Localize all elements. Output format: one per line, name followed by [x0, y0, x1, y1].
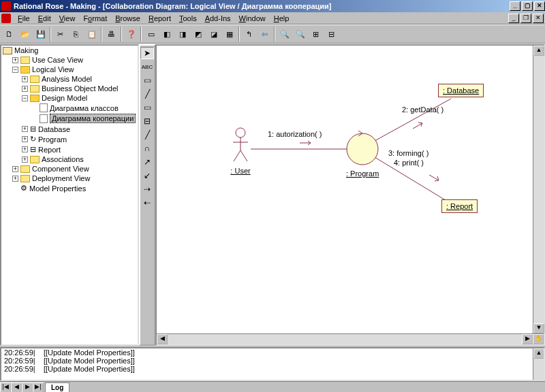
log-line: 20:26:59| [[Update Model Properties]]	[1, 348, 544, 357]
link-self-tool[interactable]: ∩	[140, 142, 154, 154]
menu-report[interactable]: Report	[144, 14, 175, 23]
log-next-button[interactable]: ▶	[22, 382, 33, 393]
log-tab[interactable]: Log	[45, 382, 69, 392]
vertical-scrollbar[interactable]: ▲ ▼	[533, 46, 544, 333]
svg-point-8	[347, 133, 378, 165]
browse-prev-button[interactable]: ⇦	[257, 27, 272, 42]
tree-report[interactable]: +⊟Report	[22, 144, 138, 154]
log-first-button[interactable]: |◀	[0, 382, 11, 393]
object-database[interactable]: : Database	[438, 84, 484, 97]
menu-file[interactable]: File	[14, 14, 34, 23]
message-2[interactable]: 2: getData( )	[402, 105, 443, 114]
copy-button[interactable]: ⎘	[68, 27, 84, 42]
fit-window-button[interactable]: ⊞	[308, 27, 324, 42]
context-help-button[interactable]: ❓	[123, 27, 139, 42]
scroll-right-button[interactable]: ▶	[522, 334, 533, 344]
tree-usecase[interactable]: +Use Case View	[12, 55, 138, 65]
diagram-canvas[interactable]: : User : Program : Database : Report 1: …	[157, 46, 533, 333]
save-button[interactable]: 💾	[33, 27, 48, 42]
print-button[interactable]: 🖶	[104, 27, 119, 42]
menu-view[interactable]: View	[55, 14, 80, 23]
pan-button[interactable]: ✋	[533, 334, 544, 344]
message-4[interactable]: 4: print( )	[394, 159, 424, 167]
log-prev-button[interactable]: ◀	[11, 382, 22, 393]
svg-line-6	[234, 150, 240, 161]
class-instance-tool[interactable]: ⊟	[140, 115, 154, 127]
browse-class-button[interactable]: ◧	[159, 27, 174, 42]
tree-component[interactable]: +Component View	[12, 164, 138, 174]
reverse-message-tool[interactable]: ↙	[140, 169, 154, 182]
menu-format[interactable]: Format	[79, 14, 111, 23]
menu-addins[interactable]: Add-Ins	[201, 14, 235, 23]
tree-diag-classes[interactable]: Диаграмма классов	[31, 103, 138, 113]
browser-tree[interactable]: Making +Use Case View −Logical View +Ana…	[0, 44, 139, 346]
log-line: 20:26:59| [[Update Model Properties]]	[1, 357, 544, 365]
object-tool[interactable]: ▭	[140, 101, 154, 114]
view-doc-button[interactable]: ▭	[143, 27, 159, 42]
actor-user[interactable]: : User	[230, 127, 251, 175]
app-icon	[1, 1, 11, 11]
log-pane[interactable]: 20:26:59| [[Update Model Properties]] 20…	[0, 347, 545, 381]
new-button[interactable]: 🗋	[1, 27, 17, 42]
scroll-down-button[interactable]: ▼	[533, 323, 544, 333]
maximize-button[interactable]: ▢	[522, 1, 533, 11]
open-button[interactable]: 📂	[17, 27, 33, 42]
object-program[interactable]: : Program	[346, 133, 379, 178]
menu-browse[interactable]: Browse	[111, 14, 144, 23]
menu-help[interactable]: Help	[270, 14, 294, 23]
browse-parent-button[interactable]: ↰	[241, 27, 257, 42]
tree-assoc[interactable]: +Associations	[22, 154, 138, 164]
minimize-button[interactable]: _	[510, 1, 520, 11]
tree-database[interactable]: +⊟Database	[22, 124, 138, 134]
log-scrollbar[interactable]: ▲	[533, 348, 544, 380]
mdi-restore-button[interactable]: ❐	[520, 14, 531, 23]
browse-component-button[interactable]: ◩	[190, 27, 206, 42]
note-tool[interactable]: ▭	[140, 74, 154, 86]
tree-deployment[interactable]: +Deployment View	[12, 174, 138, 183]
horizontal-scrollbar[interactable]: ◀ ▶ ✋	[157, 333, 544, 344]
message-tool[interactable]: ↗	[140, 156, 154, 168]
tree-modelprops[interactable]: ⚙Model Properties	[12, 183, 138, 193]
window-title: Rational Rose - Making - [Collaboration …	[14, 2, 332, 10]
browse-deploy-button[interactable]: ▦	[221, 27, 237, 42]
zoom-out-button[interactable]: 🔍	[292, 27, 308, 42]
undo-fit-button[interactable]: ⊟	[324, 27, 339, 42]
tree-design[interactable]: −Design Model	[22, 93, 138, 103]
paste-button[interactable]: 📋	[84, 27, 99, 42]
anchor-tool[interactable]: ╱	[140, 88, 154, 100]
scroll-left-button[interactable]: ◀	[157, 334, 168, 344]
pointer-tool[interactable]: ➤	[140, 47, 154, 59]
browse-state-button[interactable]: ◪	[206, 27, 221, 42]
tree-logical[interactable]: −Logical View	[12, 65, 138, 74]
menu-tools[interactable]: Tools	[175, 14, 201, 23]
doc-icon	[1, 14, 11, 23]
menu-edit[interactable]: Edit	[34, 14, 55, 23]
dataflow-tool[interactable]: ⇢	[140, 183, 154, 195]
log-last-button[interactable]: ▶|	[33, 382, 44, 393]
object-report[interactable]: : Report	[441, 199, 478, 213]
diagram-area: : User : Program : Database : Report 1: …	[155, 44, 545, 346]
toolbar: 🗋 📂 💾 ✂ ⎘ 📋 🖶 ❓ ▭ ◧ ◨ ◩ ◪ ▦ ↰ ⇦ 🔍 🔍 ⊞ ⊟	[0, 24, 545, 44]
close-button[interactable]: ✕	[534, 1, 545, 11]
message-1[interactable]: 1: autorization( )	[268, 130, 322, 138]
text-tool[interactable]: ABC	[140, 61, 154, 73]
tree-analysis[interactable]: +Analysis Model	[22, 74, 138, 84]
link-tool[interactable]: ╱	[140, 129, 154, 141]
scroll-up-button[interactable]: ▲	[533, 46, 544, 56]
menu-bar: File Edit View Format Browse Report Tool…	[0, 12, 545, 24]
mdi-close-button[interactable]: ✕	[533, 14, 544, 23]
menu-window[interactable]: Window	[235, 14, 270, 23]
cut-button[interactable]: ✂	[52, 27, 68, 42]
reverse-dataflow-tool[interactable]: ⇠	[140, 197, 154, 209]
tree-program[interactable]: +↻Program	[22, 134, 138, 144]
zoom-in-button[interactable]: 🔍	[277, 27, 292, 42]
tree-bom[interactable]: +Business Object Model	[22, 84, 138, 93]
tree-root[interactable]: Making	[3, 46, 138, 55]
object-program-label: : Program	[346, 169, 379, 178]
log-scroll-up[interactable]: ▲	[533, 348, 544, 359]
browse-interaction-button[interactable]: ◨	[174, 27, 190, 42]
diagram-toolbox: ➤ ABC ▭ ╱ ▭ ⊟ ╱ ∩ ↗ ↙ ⇢ ⇠	[139, 44, 155, 346]
tree-diag-collab[interactable]: Диаграмма кооперации	[31, 113, 138, 124]
mdi-minimize-button[interactable]: _	[508, 14, 519, 23]
message-3[interactable]: 3: forming( )	[388, 149, 429, 157]
